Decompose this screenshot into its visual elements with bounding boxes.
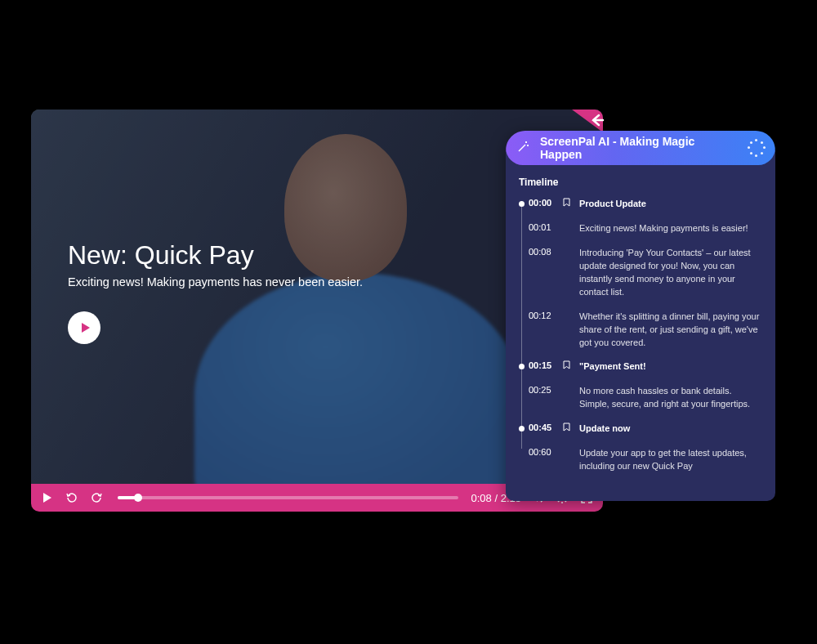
bookmark-icon	[563, 360, 571, 373]
progress-thumb[interactable]	[134, 494, 142, 502]
timeline-dot-icon	[519, 364, 525, 369]
timeline-text: No more cash hassles or bank details. Si…	[579, 385, 762, 411]
timeline-item[interactable]: 00:00Product Update	[529, 198, 762, 211]
timeline-time: 00:08	[529, 247, 555, 299]
video-title: New: Quick Pay	[68, 240, 363, 271]
timeline-item[interactable]: 00:15"Payment Sent!	[529, 360, 762, 373]
current-time: 0:08	[471, 492, 492, 504]
timeline-time: 00:60	[529, 447, 555, 473]
timeline-time: 00:01	[529, 222, 555, 235]
timeline-time: 00:00	[529, 198, 555, 211]
bookmark-icon	[563, 222, 571, 235]
timeline-item[interactable]: 00:01Exciting news! Making payments is e…	[529, 222, 762, 235]
timeline-text: Update now	[579, 423, 762, 436]
forward-button[interactable]	[88, 490, 105, 506]
bookmark-icon	[563, 247, 571, 299]
magic-wand-icon	[516, 140, 532, 156]
timeline-text: Update your app to get the latest update…	[579, 447, 762, 473]
timeline-text: Introducing 'Pay Your Contacts' – our la…	[579, 247, 762, 299]
timeline-time: 00:15	[529, 360, 555, 373]
timeline-text: Exciting news! Making payments is easier…	[579, 222, 762, 235]
ai-panel: ScreenPal AI - Making Magic Happen Timel…	[506, 131, 775, 501]
play-control-button[interactable]	[39, 490, 56, 506]
timeline-item[interactable]: 00:60Update your app to get the latest u…	[529, 447, 762, 473]
timeline-item[interactable]: 00:12Whether it's splitting a dinner bil…	[529, 311, 762, 350]
bookmark-icon	[563, 311, 571, 350]
video-subtitle: Exciting news! Making payments has never…	[68, 275, 363, 288]
ai-panel-body: Timeline 00:00Product Update00:01Excitin…	[506, 150, 775, 501]
ai-panel-title: ScreenPal AI - Making Magic Happen	[540, 135, 739, 161]
video-overlay-content: New: Quick Pay Exciting news! Making pay…	[68, 240, 363, 344]
timeline-line	[521, 203, 522, 449]
ai-panel-header[interactable]: ScreenPal AI - Making Magic Happen	[506, 131, 775, 165]
timeline-time: 00:25	[529, 385, 555, 411]
timeline-dot-icon	[519, 426, 525, 432]
timeline: 00:00Product Update00:01Exciting news! M…	[519, 198, 762, 473]
time-separator: /	[492, 492, 501, 504]
timeline-text: Product Update	[579, 198, 762, 211]
timeline-heading: Timeline	[519, 177, 762, 188]
timeline-time: 00:45	[529, 423, 555, 436]
timeline-text: "Payment Sent!	[579, 360, 762, 373]
bookmark-icon	[563, 198, 571, 211]
loading-spinner-icon	[748, 139, 766, 157]
play-button[interactable]	[68, 311, 100, 344]
timeline-text: Whether it's splitting a dinner bill, pa…	[579, 311, 762, 350]
rewind-button[interactable]	[64, 490, 80, 506]
timeline-dot-icon	[519, 201, 525, 207]
bookmark-icon	[563, 447, 571, 473]
timeline-item[interactable]: 00:25No more cash hassles or bank detail…	[529, 385, 762, 411]
timeline-item[interactable]: 00:08Introducing 'Pay Your Contacts' – o…	[529, 247, 762, 299]
progress-bar[interactable]	[118, 496, 458, 499]
back-button[interactable]	[588, 111, 608, 131]
timeline-item[interactable]: 00:45Update now	[529, 423, 762, 436]
bookmark-icon	[563, 423, 571, 436]
timeline-time: 00:12	[529, 311, 555, 350]
bookmark-icon	[563, 385, 571, 411]
play-icon	[79, 321, 92, 334]
